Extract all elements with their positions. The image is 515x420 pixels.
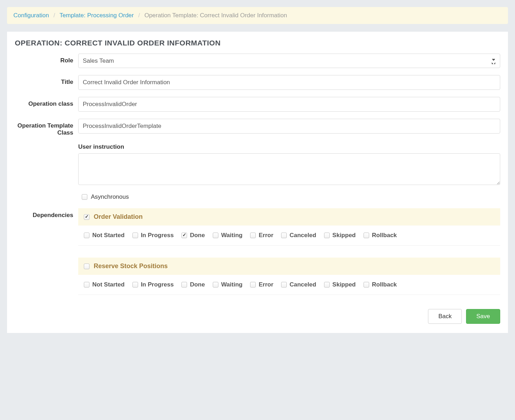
dependency-state-label: Skipped (333, 281, 356, 288)
dependency-state-label: Waiting (221, 281, 243, 288)
label-role: Role (15, 54, 78, 64)
dependency-state-checkbox[interactable] (213, 282, 218, 288)
role-select[interactable]: Sales Team (78, 54, 500, 68)
back-button[interactable]: Back (428, 309, 462, 324)
dependency-state-checkbox[interactable] (281, 233, 287, 238)
dependency-state[interactable]: Canceled (281, 232, 316, 239)
dependency-state[interactable]: Waiting (213, 232, 243, 239)
dependency-state-label: In Progress (141, 281, 174, 288)
dependency-state[interactable]: Rollback (364, 281, 397, 288)
operation-class-input[interactable] (78, 97, 500, 112)
operation-template-class-input[interactable] (78, 119, 500, 134)
dependency-state-label: Canceled (290, 232, 316, 239)
dependency-state-checkbox[interactable] (84, 282, 89, 288)
dependency-state-label: Not Started (92, 281, 125, 288)
dependency-state-checkbox[interactable] (181, 233, 187, 238)
breadcrumb-template[interactable]: Template: Processing Order (60, 12, 134, 19)
dependency-state[interactable]: Skipped (324, 232, 356, 239)
title-input[interactable] (78, 75, 500, 90)
dependency-state-label: Rollback (372, 232, 397, 239)
dependency-state[interactable]: Canceled (281, 281, 316, 288)
dependency-state[interactable]: Done (181, 281, 205, 288)
dependency-enable-checkbox[interactable] (84, 264, 89, 269)
dependency-state[interactable]: Skipped (324, 281, 356, 288)
page-title: OPERATION: CORRECT INVALID ORDER INFORMA… (15, 39, 500, 47)
save-button[interactable]: Save (466, 309, 500, 324)
dependency-block: Order ValidationNot StartedIn ProgressDo… (78, 208, 500, 246)
dependency-state-label: In Progress (141, 232, 174, 239)
dependency-state-checkbox[interactable] (324, 282, 330, 288)
dependency-header: Reserve Stock Positions (78, 258, 500, 275)
dependency-state[interactable]: Not Started (84, 281, 125, 288)
label-asynchronous: Asynchronous (91, 193, 129, 200)
user-instruction-textarea[interactable] (78, 153, 500, 185)
dependency-state-checkbox[interactable] (364, 233, 369, 238)
dependency-state-checkbox[interactable] (213, 233, 218, 238)
dependency-state[interactable]: Waiting (213, 281, 243, 288)
dependency-state[interactable]: Error (250, 281, 273, 288)
dependency-title: Order Validation (94, 213, 143, 221)
dependency-state-label: Done (190, 281, 205, 288)
dependency-state-checkbox[interactable] (84, 233, 89, 238)
label-user-instruction: User instruction (78, 143, 500, 150)
label-operation-class: Operation class (15, 97, 78, 107)
dependency-state-checkbox[interactable] (250, 282, 256, 288)
dependency-state[interactable]: Error (250, 232, 273, 239)
breadcrumb: Configuration / Template: Processing Ord… (7, 7, 508, 24)
dependency-state-label: Error (259, 232, 273, 239)
asynchronous-checkbox[interactable] (82, 194, 87, 200)
dependency-state-checkbox[interactable] (132, 233, 138, 238)
label-operation-template-class: Operation Template Class (15, 119, 78, 136)
breadcrumb-configuration[interactable]: Configuration (13, 12, 49, 19)
dependency-block: Reserve Stock PositionsNot StartedIn Pro… (78, 258, 500, 295)
dependency-state-label: Rollback (372, 281, 397, 288)
dependency-state-checkbox[interactable] (132, 282, 138, 288)
dependency-state[interactable]: Rollback (364, 232, 397, 239)
dependency-state-label: Not Started (92, 232, 125, 239)
dependency-state-checkbox[interactable] (181, 282, 187, 288)
dependency-states-row: Not StartedIn ProgressDoneWaitingErrorCa… (78, 275, 500, 295)
label-dependencies: Dependencies (15, 208, 78, 219)
dependency-state[interactable]: Not Started (84, 232, 125, 239)
dependency-state-label: Canceled (290, 281, 316, 288)
operation-panel: OPERATION: CORRECT INVALID ORDER INFORMA… (7, 32, 508, 333)
dependency-state-label: Skipped (333, 232, 356, 239)
dependency-state-checkbox[interactable] (281, 282, 287, 288)
dependencies-container: Order ValidationNot StartedIn ProgressDo… (78, 208, 500, 295)
dependency-state[interactable]: In Progress (132, 281, 174, 288)
breadcrumb-separator: / (54, 12, 55, 19)
dependency-state-label: Done (190, 232, 205, 239)
dependency-state[interactable]: Done (181, 232, 205, 239)
breadcrumb-separator: / (138, 12, 140, 19)
dependency-states-row: Not StartedIn ProgressDoneWaitingErrorCa… (78, 226, 500, 246)
dependency-state-checkbox[interactable] (364, 282, 369, 288)
dependency-state-label: Waiting (221, 232, 243, 239)
dependency-enable-checkbox[interactable] (84, 214, 89, 220)
dependency-state-checkbox[interactable] (250, 233, 256, 238)
dependency-state-checkbox[interactable] (324, 233, 330, 238)
dependency-title: Reserve Stock Positions (94, 262, 168, 270)
label-title: Title (15, 75, 78, 86)
dependency-state[interactable]: In Progress (132, 232, 174, 239)
dependency-state-label: Error (259, 281, 273, 288)
breadcrumb-current: Operation Template: Correct Invalid Orde… (144, 12, 287, 19)
dependency-header: Order Validation (78, 208, 500, 226)
